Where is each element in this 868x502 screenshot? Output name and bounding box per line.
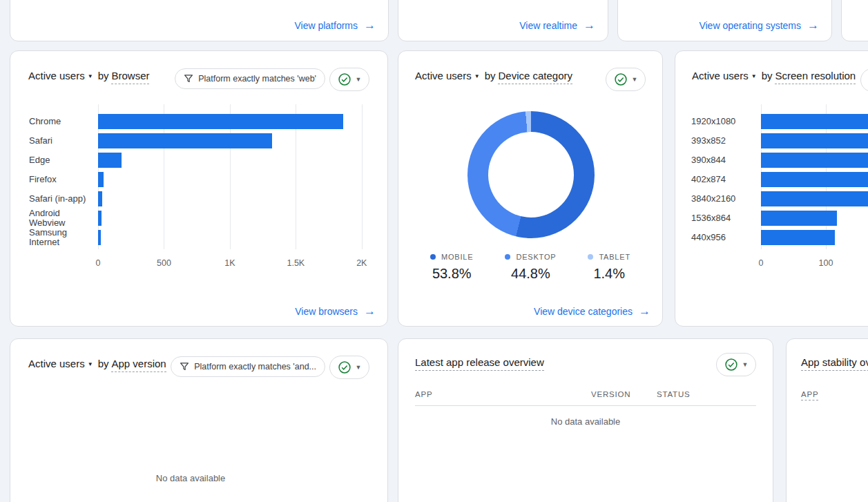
empty-state: No data available <box>31 472 350 484</box>
card-title: Latest app release overview <box>415 356 544 368</box>
link-label: View operating systems <box>699 20 801 31</box>
title-connector: by <box>98 358 109 369</box>
donut-legend: MOBILE 53.8% DESKTOP 44.8% TABLET 1.4% <box>398 253 662 282</box>
axis-tick-label: 2K <box>347 258 377 268</box>
legend-label: DESKTOP <box>516 253 556 261</box>
filter-chip[interactable]: Platform exactly matches 'and... <box>171 356 325 377</box>
column-header-app: APP <box>415 390 432 398</box>
analytics-dashboard: View platforms → View realtime → View op… <box>0 0 868 502</box>
category-label: 1920x1080 <box>691 112 759 131</box>
category-label: 440x956 <box>691 228 759 247</box>
bar[interactable] <box>761 153 868 168</box>
card-title: Active users▼byDevice category <box>415 70 572 81</box>
donut-hole <box>488 132 574 218</box>
bar[interactable] <box>98 172 104 187</box>
browser-bar-chart: 05001K1.5K2KChromeSafariEdgeFirefoxSafar… <box>10 51 387 326</box>
metric-label: Active users <box>28 358 85 369</box>
category-label: 1536x864 <box>691 209 759 228</box>
bar[interactable] <box>761 230 835 245</box>
bar[interactable] <box>761 211 837 226</box>
legend-item-desktop[interactable]: DESKTOP 44.8% <box>505 253 556 282</box>
category-label: Android Webview <box>29 209 98 228</box>
card-latest-app-release-overview: Latest app release overview ▼ APP VERSIO… <box>398 338 773 502</box>
bar[interactable] <box>98 153 122 168</box>
status-ok-dropdown[interactable]: ▼ <box>329 356 369 379</box>
bar[interactable] <box>761 172 868 187</box>
card-title: Active users▼byApp version <box>28 358 166 369</box>
category-label: Firefox <box>29 170 98 189</box>
donut-chart[interactable] <box>467 111 595 238</box>
view-platforms-link[interactable]: View platforms → <box>294 19 376 31</box>
empty-message: No data available <box>147 473 234 483</box>
gridline <box>362 104 363 249</box>
metric-label: Active users <box>415 70 472 81</box>
arrow-right-icon: → <box>364 305 376 317</box>
dimension-link[interactable]: App version <box>111 358 166 372</box>
column-header-app[interactable]: APP <box>801 390 818 400</box>
screen-resolution-bar-chart: 01001920x1080393x852390x844402x8743840x2… <box>675 51 868 326</box>
arrow-right-icon: → <box>639 305 650 317</box>
view-realtime-link[interactable]: View realtime → <box>519 19 595 31</box>
link-label: View browsers <box>295 306 358 317</box>
link-label: View device categories <box>534 306 633 317</box>
view-operating-systems-link[interactable]: View operating systems → <box>699 19 819 31</box>
link-label: View realtime <box>519 20 577 31</box>
axis-tick-label: 0 <box>83 258 113 268</box>
card-operating-systems: View operating systems → <box>617 0 832 41</box>
caret-down-icon: ▼ <box>88 361 93 367</box>
card-active-users-by-browser: Active users▼byBrowser Platform exactly … <box>10 50 388 327</box>
bar[interactable] <box>98 133 272 148</box>
filter-icon <box>180 362 189 371</box>
category-label: Chrome <box>29 112 98 131</box>
card-active-users-by-device-category: Active users▼byDevice category ▼ MOBILE … <box>398 50 663 327</box>
link-label: View platforms <box>294 20 358 31</box>
card-platforms: View platforms → <box>10 0 389 41</box>
dimension-link[interactable]: Device category <box>498 70 572 84</box>
bar[interactable] <box>98 230 101 245</box>
status-ok-dropdown[interactable]: ▼ <box>606 68 646 91</box>
card-title: App stability overview <box>801 356 868 368</box>
bar[interactable] <box>761 191 868 206</box>
column-header-version: VERSION <box>591 390 630 398</box>
legend-dot-tablet <box>588 254 593 260</box>
view-device-categories-link[interactable]: View device categories → <box>534 305 650 317</box>
card-title-link[interactable]: App stability overview <box>801 356 868 371</box>
bar[interactable] <box>98 114 343 129</box>
card-realtime: View realtime → <box>398 0 608 41</box>
category-label: 3840x2160 <box>691 189 759 209</box>
metric-dropdown[interactable]: Active users▼ <box>415 70 480 81</box>
metric-dropdown[interactable]: Active users▼ <box>28 358 93 369</box>
chevron-down-icon: ▼ <box>356 364 362 371</box>
legend-item-mobile[interactable]: MOBILE 53.8% <box>430 253 473 282</box>
axis-tick-label: 500 <box>148 258 179 268</box>
card-app-stability-overview: App stability overview APP <box>786 338 868 502</box>
arrow-right-icon: → <box>807 19 819 31</box>
status-ok-dropdown[interactable]: ▼ <box>716 353 756 376</box>
legend-label: MOBILE <box>441 253 473 261</box>
bar[interactable] <box>761 133 868 148</box>
legend-dot-mobile <box>430 254 436 260</box>
arrow-right-icon: → <box>364 19 376 31</box>
caret-down-icon: ▼ <box>474 73 480 79</box>
legend-dot-desktop <box>505 254 510 260</box>
view-browsers-link[interactable]: View browsers → <box>295 305 376 317</box>
category-label: Safari (in-app) <box>29 189 98 209</box>
title-connector: by <box>485 70 496 81</box>
card-title-link[interactable]: Latest app release overview <box>415 356 544 371</box>
bar[interactable] <box>761 114 868 129</box>
chevron-down-icon: ▼ <box>742 361 749 368</box>
legend-label: TABLET <box>599 253 630 261</box>
card-top-right-partial <box>841 0 868 41</box>
bar[interactable] <box>98 211 102 226</box>
bar[interactable] <box>98 191 102 206</box>
card-active-users-by-screen-resolution: Active users▼byScreen resolution ▼ 01001… <box>675 50 868 327</box>
chevron-down-icon: ▼ <box>632 76 638 83</box>
axis-tick-label: 1K <box>215 258 245 268</box>
arrow-right-icon: → <box>584 19 595 31</box>
legend-item-tablet[interactable]: TABLET 1.4% <box>588 253 630 282</box>
legend-value: 44.8% <box>505 266 556 282</box>
axis-tick-label: 100 <box>811 258 841 268</box>
legend-value: 1.4% <box>588 266 630 282</box>
empty-message: No data available <box>398 416 773 427</box>
category-label: 402x874 <box>691 170 759 189</box>
